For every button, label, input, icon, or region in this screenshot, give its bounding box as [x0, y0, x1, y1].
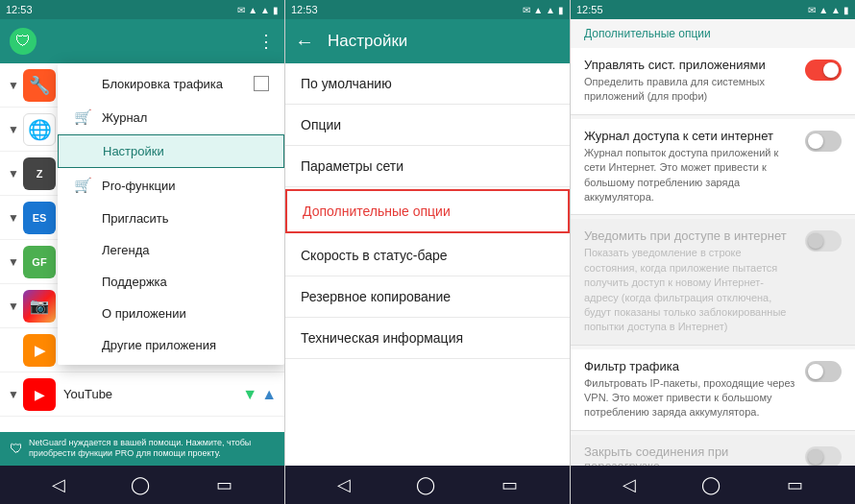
section-traffic-filter: Фильтр трафика Фильтровать IP-пакеты, пр…: [571, 349, 855, 431]
app-icon-goodfon: GF: [23, 246, 56, 278]
recents-button-middle[interactable]: ▭: [486, 470, 533, 499]
home-button-left[interactable]: ◯: [115, 470, 165, 499]
toggle-track-internet-journal[interactable]: [805, 131, 842, 152]
toggle-track-traffic-filter[interactable]: [805, 361, 842, 382]
menu-item-legend[interactable]: Легенда: [58, 234, 284, 266]
settings-item-tech-info[interactable]: Техническая информация: [285, 318, 570, 359]
toggle-traffic-filter[interactable]: [805, 361, 842, 382]
battery-icon-m: ▮: [558, 5, 564, 15]
status-bar-left: 12:53 ✉ ▲ ▲ ▮: [0, 0, 284, 19]
app-icon-vlc: ▶: [23, 334, 56, 367]
app-icon-youtube: ▶: [23, 378, 56, 411]
toggle-internet-journal[interactable]: [805, 131, 842, 152]
dropdown-menu: Блокировка трафика 🛒 Журнал Настройки 🛒 …: [58, 63, 284, 365]
menu-label-pro: Pro-функции: [102, 179, 175, 193]
chevron-icon: ▼: [8, 211, 23, 225]
signal-icon: ▲: [260, 5, 270, 15]
desc-traffic-filter: Фильтровать IP-пакеты, проходящие через …: [584, 376, 795, 420]
toggle-thumb-notify-internet: [808, 233, 823, 249]
row-traffic-filter: Фильтр трафика Фильтровать IP-пакеты, пр…: [584, 359, 842, 420]
menu-item-settings[interactable]: Настройки: [58, 134, 284, 168]
settings-title: Настройки: [328, 32, 407, 51]
title-manage-sys-apps: Управлять сист. приложениями: [584, 58, 795, 72]
right-panel: 12:55 ✉ ▲ ▲ ▮ Дополнительные опции Управ…: [571, 0, 855, 504]
left-panel: 12:53 ✉ ▲ ▲ ▮ 🛡 ⋮ ▼ 🔧 All-In-One T... ▼ …: [0, 0, 285, 504]
back-button-middle[interactable]: ◁: [322, 470, 366, 499]
wifi-icon-r: ▲: [818, 5, 828, 15]
menu-label-block-traffic: Блокировка трафика: [102, 77, 223, 91]
home-button-right[interactable]: ◯: [686, 470, 736, 499]
sim-icon-m: ✉: [523, 5, 530, 15]
traffic-icons: ▼ ▲: [242, 386, 277, 403]
advanced-options-header: Дополнительные опции: [571, 19, 855, 48]
text-manage-sys-apps: Управлять сист. приложениями Определить …: [584, 58, 795, 105]
time-right: 12:55: [576, 4, 603, 15]
recents-button-left[interactable]: ▭: [201, 470, 248, 499]
sim-icon: ✉: [237, 5, 245, 15]
desc-notify-internet: Показать уведомление в строке состояния,…: [584, 246, 795, 334]
back-button-right[interactable]: ◁: [607, 470, 651, 499]
list-item[interactable]: ▼ ▶ YouTube ▼ ▲: [0, 372, 284, 417]
advanced-settings-list: Управлять сист. приложениями Определить …: [571, 48, 855, 466]
settings-item-network-params[interactable]: Параметры сети: [285, 146, 570, 187]
time-left: 12:53: [6, 4, 33, 15]
title-close-on-reboot: Закрыть соединения при перезагрузке: [584, 444, 795, 466]
promo-text: NetGuard нуждается в вашей помощи. Нажми…: [29, 438, 275, 460]
section-close-on-reboot: Закрыть соединения при перезагрузке: [571, 435, 855, 466]
menu-item-about[interactable]: О приложении: [58, 298, 284, 329]
settings-label-speed-status: Скорость в статус-баре: [301, 248, 448, 263]
text-close-on-reboot: Закрыть соединения при перезагрузке: [584, 444, 795, 466]
toggle-thumb-traffic-filter: [808, 364, 823, 379]
toggle-close-on-reboot: [805, 446, 842, 466]
section-manage-sys-apps: Управлять сист. приложениями Определить …: [571, 48, 855, 115]
menu-item-support[interactable]: Поддержка: [58, 266, 284, 298]
menu-item-invite[interactable]: Пригласить: [58, 203, 284, 234]
menu-label-other-apps: Другие приложения: [102, 338, 216, 352]
wifi-icon: ▲: [248, 5, 257, 15]
back-button-left[interactable]: ◁: [37, 470, 81, 499]
menu-item-other-apps[interactable]: Другие приложения: [58, 329, 284, 361]
settings-item-options[interactable]: Опции: [285, 105, 570, 146]
settings-list: По умолчанию Опции Параметры сети Дополн…: [285, 63, 570, 466]
home-button-middle[interactable]: ◯: [401, 470, 451, 499]
text-notify-internet: Уведомить при доступе в интернет Показат…: [584, 228, 795, 334]
row-manage-sys-apps: Управлять сист. приложениями Определить …: [584, 58, 842, 105]
section-internet-journal: Журнал доступа к сети интернет Журнал по…: [571, 119, 855, 216]
toolbar-middle: ← Настройки: [285, 19, 570, 63]
menu-item-block-traffic[interactable]: Блокировка трафика: [58, 67, 284, 100]
settings-label-advanced: Дополнительные опции: [303, 204, 451, 219]
chevron-icon: ▼: [8, 123, 23, 136]
settings-item-backup[interactable]: Резервное копирование: [285, 276, 570, 318]
app-icon-allinone: 🔧: [23, 69, 56, 102]
title-notify-internet: Уведомить при доступе в интернет: [584, 228, 795, 243]
menu-item-journal[interactable]: 🛒 Журнал: [58, 100, 284, 134]
settings-label-network-params: Параметры сети: [301, 158, 403, 174]
settings-label-default: По умолчанию: [301, 76, 392, 91]
settings-item-speed-status[interactable]: Скорость в статус-баре: [285, 235, 570, 276]
menu-label-about: О приложении: [102, 306, 186, 321]
desc-manage-sys-apps: Определить правила для системных приложе…: [584, 75, 795, 105]
desc-internet-journal: Журнал попыток доступа приложений к сети…: [584, 146, 795, 205]
menu-item-pro[interactable]: 🛒 Pro-функции: [58, 168, 284, 203]
settings-item-default[interactable]: По умолчанию: [285, 63, 570, 105]
chevron-icon: ▼: [8, 255, 23, 269]
toggle-track-notify-internet: [805, 230, 842, 252]
menu-button[interactable]: ⋮: [257, 31, 275, 52]
time-middle: 12:53: [291, 4, 318, 15]
block-traffic-checkbox[interactable]: [254, 76, 269, 91]
toggle-manage-sys-apps[interactable]: [805, 60, 842, 81]
chevron-icon: ▼: [8, 79, 23, 92]
recents-button-right[interactable]: ▭: [771, 470, 818, 499]
promo-banner[interactable]: 🛡 NetGuard нуждается в вашей помощи. Наж…: [0, 432, 284, 466]
app-name-youtube: YouTube: [63, 387, 242, 401]
toggle-thumb-manage-sys-apps: [823, 62, 839, 78]
toggle-track-manage-sys-apps[interactable]: [805, 60, 842, 81]
menu-label-support: Поддержка: [102, 275, 167, 289]
back-arrow-icon[interactable]: ←: [295, 31, 314, 53]
row-internet-journal: Журнал доступа к сети интернет Журнал по…: [584, 129, 842, 205]
status-icons-right: ✉ ▲ ▲ ▮: [808, 5, 849, 15]
battery-icon-r: ▮: [843, 5, 849, 15]
bottom-nav-left: ◁ ◯ ▭: [0, 466, 284, 504]
chevron-icon: ▼: [8, 388, 23, 401]
settings-item-advanced[interactable]: Дополнительные опции: [285, 189, 570, 233]
